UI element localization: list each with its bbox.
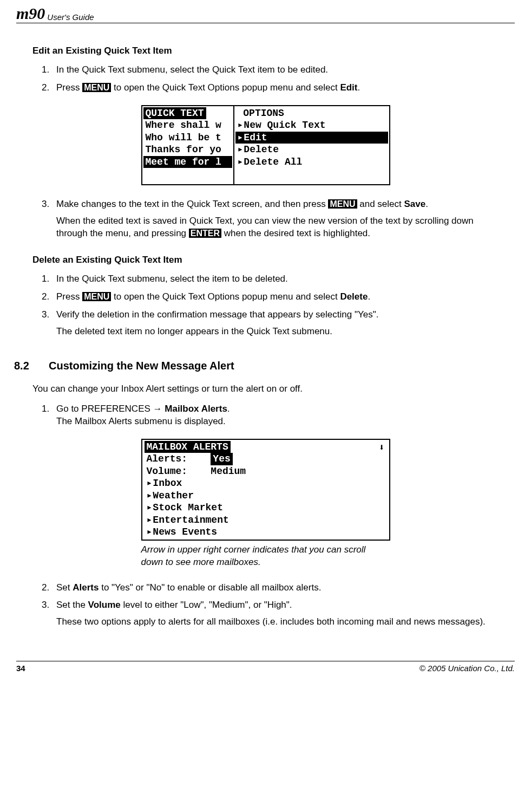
delete-step-3: Verify the deletion in the confirmation … [52, 309, 499, 338]
scroll-down-icon: ⬇ [379, 442, 385, 454]
option-new-quick-text: New Quick Text [235, 119, 388, 132]
bold-word: Delete [340, 291, 368, 302]
section-number: 8.2 [14, 359, 36, 373]
step-text: Make changes to the text in the Quick Te… [56, 199, 328, 209]
mailbox-news-events: News Events [145, 526, 387, 538]
product-logo: m90 [16, 5, 45, 22]
alert-steps-list: Go to PREFERENCES → Mailbox Alerts. The … [32, 403, 499, 428]
volume-row: Volume: Medium [145, 465, 387, 478]
alert-step-3: Set the Volume level to either "Low", "M… [52, 599, 499, 628]
options-panel: OPTIONS New Quick Text Edit Delete Delet… [234, 106, 389, 185]
section-intro: You can change your Inbox Alert settings… [32, 383, 499, 395]
delete-step-2: Press MENU to open the Quick Text Option… [52, 291, 499, 303]
step-text: level to either "Low", "Medium", or "Hig… [121, 600, 292, 610]
step-text: to open the Quick Text Options popup men… [111, 291, 340, 302]
mailbox-entertainment: Entertainment [145, 514, 387, 527]
alerts-label: Alerts: [147, 453, 188, 464]
step-text: Verify the deletion in the confirmation … [56, 309, 378, 320]
page-footer: 34 © 2005 Unication Co., Ltd. [16, 661, 515, 673]
menu-key: MENU [328, 199, 357, 209]
step-text: . [425, 199, 428, 209]
mailbox-weather: Weather [145, 490, 387, 502]
screen-caption: Arrow in upper right corner indicates th… [141, 544, 390, 569]
step-text: In the Quick Text submenu, select the Qu… [56, 64, 328, 75]
section-8-2-heading: 8.2 Customizing the New Message Alert [14, 359, 499, 373]
list-item-selected: Meet me for l [143, 156, 232, 168]
edit-steps-list: In the Quick Text submenu, select the Qu… [32, 64, 499, 94]
step-text: In the Quick Text submenu, select the it… [56, 274, 288, 284]
bold-word: Mailbox Alerts [165, 404, 227, 414]
volume-label: Volume: [147, 466, 188, 477]
delete-steps-list: In the Quick Text submenu, select the it… [32, 273, 499, 338]
edit-steps-list-cont: Make changes to the text in the Quick Te… [32, 198, 499, 240]
step-text: to "Yes" or "No" to enable or disable al… [99, 582, 321, 593]
quick-text-options-screen: QUICK TEXT Where shall w Who will be t T… [141, 105, 390, 186]
option-delete-all: Delete All [235, 156, 388, 168]
bold-word: Alerts [73, 582, 99, 593]
header-bar: m90 User's Guide [16, 5, 515, 23]
step-text: . [357, 82, 360, 93]
guide-title: User's Guide [47, 12, 94, 22]
panel-title: OPTIONS [235, 107, 388, 120]
step-text: Set [56, 582, 73, 593]
alert-step-2: Set Alerts to "Yes" or "No" to enable or… [52, 582, 499, 594]
step-text: when the desired text is highlighted. [221, 228, 370, 238]
step-text: to open the Quick Text Options popup men… [111, 82, 340, 93]
step-paragraph: These two options apply to alerts for al… [56, 616, 499, 628]
mailbox-stock-market: Stock Market [145, 502, 387, 514]
mailbox-inbox: Inbox [145, 477, 387, 490]
edit-step-2: Press MENU to open the Quick Text Option… [52, 82, 499, 94]
step-text: The Mailbox Alerts submenu is displayed. [56, 416, 226, 426]
alert-steps-list-cont: Set Alerts to "Yes" or "No" to enable or… [32, 582, 499, 629]
step-text: and select [357, 199, 404, 209]
step-text: . [227, 404, 230, 414]
quick-text-panel: QUICK TEXT Where shall w Who will be t T… [142, 106, 234, 185]
delete-section-title: Delete an Existing Quick Text Item [32, 254, 499, 267]
step-text: Set the [56, 600, 88, 610]
step-text: Go to PREFERENCES → [56, 404, 165, 414]
bold-word: Volume [88, 600, 121, 610]
panel-title: MAILBOX ALERTS [145, 441, 231, 453]
list-item: Where shall w [143, 119, 232, 132]
delete-step-1: In the Quick Text submenu, select the it… [52, 273, 499, 285]
alerts-row: Alerts: Yes [145, 453, 387, 465]
panel-title: QUICK TEXT [143, 107, 206, 120]
enter-key: ENTER [189, 229, 221, 238]
step-text: Press [56, 291, 82, 302]
bold-word: Save [404, 199, 425, 209]
volume-value: Medium [211, 466, 246, 477]
step-text: . [368, 291, 370, 302]
list-item: Who will be t [143, 132, 232, 144]
option-edit-selected: Edit [235, 132, 388, 144]
alert-step-1: Go to PREFERENCES → Mailbox Alerts. The … [52, 403, 499, 428]
list-item: Thanks for yo [143, 144, 232, 156]
page-number: 34 [16, 664, 25, 673]
section-title: Customizing the New Message Alert [49, 359, 234, 373]
alerts-value: Yes [211, 453, 232, 465]
edit-step-3: Make changes to the text in the Quick Te… [52, 198, 499, 240]
copyright-text: © 2005 Unication Co., Ltd. [419, 664, 515, 673]
step-paragraph: The deleted text item no longer appears … [56, 326, 499, 338]
step-text: Press [56, 82, 82, 93]
edit-section-title: Edit an Existing Quick Text Item [32, 45, 499, 57]
step-paragraph: When the edited text is saved in Quick T… [56, 215, 499, 240]
menu-key: MENU [82, 83, 111, 92]
menu-key: MENU [82, 292, 111, 301]
option-delete: Delete [235, 144, 388, 156]
bold-word: Edit [340, 82, 357, 93]
edit-step-1: In the Quick Text submenu, select the Qu… [52, 64, 499, 76]
mailbox-alerts-screen: ⬇ MAILBOX ALERTS Alerts: Yes Volume: Med… [141, 439, 390, 541]
